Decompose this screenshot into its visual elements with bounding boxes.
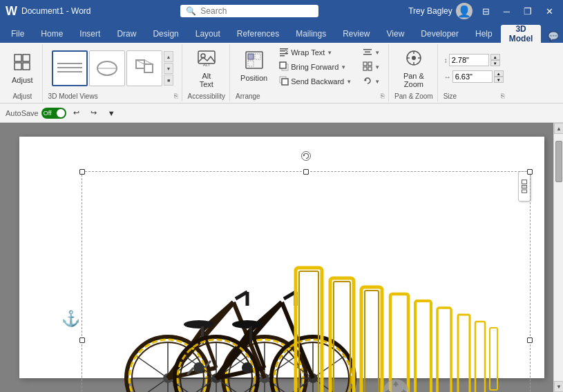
svg-point-95 <box>232 320 263 329</box>
svg-rect-2 <box>15 63 21 70</box>
bring-forward-arrow: ▼ <box>341 64 346 70</box>
view-scroll-up[interactable]: ▲ <box>164 51 173 62</box>
scroll-track[interactable] <box>554 134 563 381</box>
adjust-group-label: Adjust <box>12 91 32 100</box>
rotate-handle[interactable] <box>301 151 311 161</box>
width-input[interactable] <box>452 70 493 83</box>
ribbon-tabs: File Home Insert Draw Design Layout Refe… <box>0 22 563 43</box>
group-icon <box>363 61 372 72</box>
autosave-label: AutoSave <box>6 109 39 117</box>
ribbon: Adjust Adjust <box>0 43 563 104</box>
tab-draw[interactable]: Draw <box>108 25 144 43</box>
restore-btn[interactable]: ❐ <box>519 5 536 18</box>
tab-help[interactable]: Help <box>467 25 501 43</box>
tab-layout[interactable]: Layout <box>187 25 229 43</box>
tab-review[interactable]: Review <box>334 25 378 43</box>
tab-3d-model[interactable]: 3D Model <box>501 25 542 43</box>
height-input[interactable] <box>449 54 489 66</box>
views-content: ▲ ▼ ■ <box>52 46 173 91</box>
svg-rect-110 <box>437 308 451 392</box>
search-icon: 🔍 <box>186 6 196 16</box>
align-button[interactable]: ▼ <box>359 46 384 59</box>
ribbon-group-pan-zoom: Pan & Zoom Pan & Zoom <box>390 44 438 101</box>
svg-rect-31 <box>363 62 367 66</box>
autosave-toggle[interactable]: Off <box>41 108 66 119</box>
scroll-up-btn[interactable]: ▲ <box>554 123 563 134</box>
views-container <box>52 48 162 89</box>
svg-rect-25 <box>280 62 286 68</box>
comments-btn[interactable]: 💬 <box>544 30 563 43</box>
svg-rect-27 <box>282 79 288 85</box>
tab-insert[interactable]: Insert <box>71 25 108 43</box>
tab-mailings[interactable]: Mailings <box>287 25 334 43</box>
adjust-icon <box>12 52 32 75</box>
view-scroll-down[interactable]: ▼ <box>164 63 173 74</box>
arrange-expand-icon[interactable]: ⎘ <box>381 92 384 99</box>
handle-top-center[interactable] <box>303 169 309 175</box>
send-backward-button[interactable]: Send Backward ▼ <box>275 75 356 88</box>
wrap-text-arrow: ▼ <box>327 50 332 56</box>
tab-references[interactable]: References <box>229 25 287 43</box>
view-thumb-1[interactable] <box>52 50 88 86</box>
tab-view[interactable]: View <box>379 25 413 43</box>
handle-top-right[interactable] <box>527 169 533 175</box>
pan-zoom-button[interactable]: Pan & Zoom <box>399 48 429 89</box>
tab-design[interactable]: Design <box>144 25 187 43</box>
tab-file[interactable]: File <box>3 25 32 43</box>
handle-top-left[interactable] <box>79 169 85 175</box>
adjust-button[interactable]: Adjust <box>7 48 38 89</box>
wrap-text-button[interactable]: Wrap Text ▼ <box>275 46 356 59</box>
close-btn[interactable]: ✕ <box>542 5 557 18</box>
handle-mid-left[interactable] <box>79 337 85 343</box>
undo-button[interactable]: ↩ <box>69 106 84 119</box>
pan-zoom-group-label: Pan & Zoom <box>394 91 433 100</box>
tab-developer[interactable]: Developer <box>412 25 467 43</box>
rotate-arrow: ▼ <box>374 79 380 85</box>
svg-rect-103 <box>299 271 318 392</box>
pan-zoom-label: Pan & Zoom <box>403 72 424 88</box>
scroll-down-btn[interactable]: ▼ <box>554 381 563 392</box>
ribbon-display-btn[interactable]: ⊟ <box>478 5 494 18</box>
align-icon <box>363 47 372 58</box>
alt-text-icon: ALT <box>197 48 216 70</box>
user-name: Trey Bagley <box>408 6 452 16</box>
redo-icon: ↪ <box>90 108 97 117</box>
position-icon <box>245 50 264 72</box>
tab-home[interactable]: Home <box>32 25 71 43</box>
accessibility-content: ALT Alt Text <box>192 46 221 91</box>
svg-marker-45 <box>303 155 305 157</box>
customize-icon: ▼ <box>108 109 115 117</box>
alt-text-button[interactable]: ALT Alt Text <box>192 48 221 89</box>
position-button[interactable]: Position <box>236 46 272 87</box>
minimize-btn[interactable]: ─ <box>499 5 514 18</box>
handle-mid-right[interactable] <box>527 337 533 343</box>
rotate-button[interactable]: ▼ <box>359 75 384 88</box>
size-expand-icon[interactable]: ⎘ <box>501 92 504 99</box>
group-button[interactable]: ▼ <box>359 60 384 74</box>
search-bar[interactable]: 🔍 <box>180 5 318 17</box>
model-3d-container[interactable]: ⚓ <box>82 171 531 392</box>
view-scroll-more[interactable]: ■ <box>164 75 173 86</box>
width-spin-down[interactable]: ▼ <box>494 77 504 83</box>
size-group-label: Size <box>443 91 457 100</box>
svg-rect-3 <box>23 63 30 70</box>
vertical-scrollbar[interactable]: ▲ ▼ <box>553 123 563 392</box>
arrange-group-label: Arrange <box>236 91 260 100</box>
svg-point-41 <box>412 56 416 60</box>
width-spin: ▲ ▼ <box>494 70 504 83</box>
arrange-content: Position Wrap Text ▼ <box>236 46 384 91</box>
arrange-small-buttons-2: ▼ ▼ <box>359 46 384 88</box>
width-spin-up[interactable]: ▲ <box>494 70 504 77</box>
search-input[interactable] <box>200 6 297 16</box>
view-thumb-2[interactable] <box>89 50 125 86</box>
view-thumb-3[interactable] <box>126 50 162 86</box>
height-spin-up[interactable]: ▲ <box>490 54 500 60</box>
bring-forward-button[interactable]: Bring Forward ▼ <box>275 60 356 74</box>
redo-button[interactable]: ↪ <box>86 106 101 119</box>
scroll-thumb[interactable] <box>555 141 562 182</box>
customize-qa-button[interactable]: ▼ <box>104 107 120 119</box>
svg-line-68 <box>236 292 247 299</box>
width-label: ↔ <box>444 73 451 81</box>
views-expand-icon[interactable]: ⎘ <box>174 92 178 99</box>
height-spin-down[interactable]: ▼ <box>490 60 500 66</box>
